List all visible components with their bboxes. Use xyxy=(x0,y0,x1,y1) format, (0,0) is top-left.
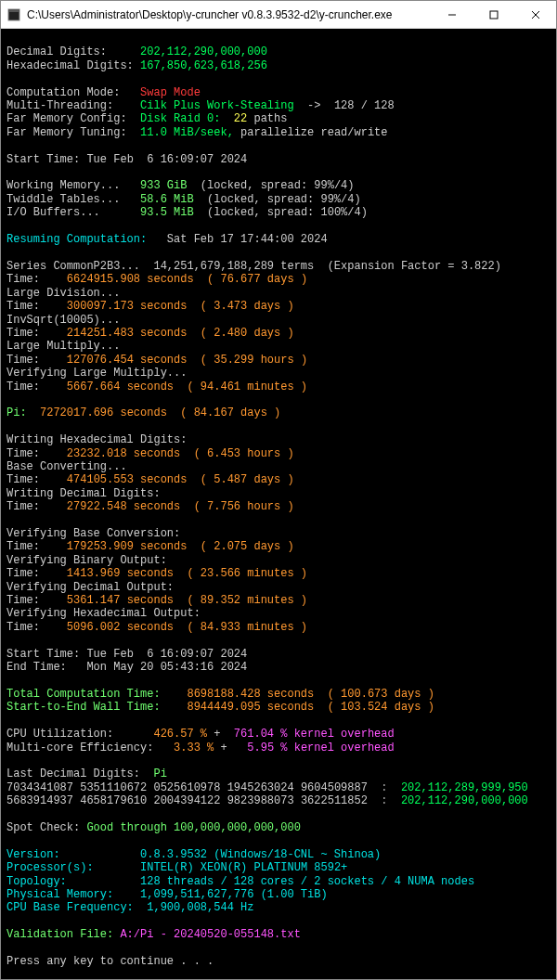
io-buffers-value: 93.5 MiB xyxy=(140,206,194,219)
topology-label: Topology: xyxy=(6,875,67,888)
far-mem-paths-w: paths xyxy=(253,112,287,125)
write-dec-val: 27922.548 seconds xyxy=(67,500,180,513)
colon: : xyxy=(381,781,387,794)
last-digits-constant: Pi xyxy=(153,767,166,780)
app-icon xyxy=(6,7,21,22)
working-mem-label: Working Memory... xyxy=(6,179,120,192)
wall-time-label: Start-to-End Wall Time: xyxy=(6,701,161,714)
cpu-util-over: 761.04 % kernel overhead xyxy=(234,728,395,741)
console-output: Decimal Digits: 202,112,290,000,000 Hexa… xyxy=(1,29,556,979)
twiddle-label: Twiddle Tables... xyxy=(6,193,120,206)
digit-group: 5351110672 xyxy=(80,781,147,794)
far-mem-cfg-value: Disk Raid 0: xyxy=(140,112,220,125)
tct-days: ( 100.673 days ) xyxy=(328,688,434,701)
base-conv-label: Base Converting... xyxy=(6,460,127,473)
cpu-util-label: CPU Utilization: xyxy=(6,728,113,741)
comp-mode-label: Computation Mode: xyxy=(6,86,120,99)
time-label: Time: xyxy=(6,473,40,486)
pi-label: Pi: xyxy=(6,406,27,419)
mt-arrow: -> xyxy=(307,99,320,112)
digit-group: 7034341087 xyxy=(6,781,73,794)
twiddle-value: 58.6 MiB xyxy=(140,193,194,206)
series-label: Series CommonP2B3... xyxy=(6,260,140,273)
time-label: Time: xyxy=(6,327,40,340)
io-buffers-status: (locked, spread: 100%/4) xyxy=(207,206,368,219)
colon: : xyxy=(381,794,387,807)
series-time-val: 6624915.908 seconds xyxy=(67,273,194,286)
resume-label: Resuming Computation: xyxy=(6,233,147,246)
io-buffers-label: I/O Buffers... xyxy=(6,206,100,219)
time-label: Time: xyxy=(6,567,40,580)
verify-do-days: ( 89.352 minutes ) xyxy=(187,594,307,607)
wall-days: ( 103.524 days ) xyxy=(328,701,434,714)
press-any-key-prompt[interactable]: Press any key to continue . . . xyxy=(6,955,214,968)
verify-lm-label: Verifying Large Multiply... xyxy=(6,367,187,380)
digit-group: 4658179610 xyxy=(80,794,147,807)
digit-group: 2004394122 xyxy=(153,794,220,807)
lm-time-val: 127076.454 seconds xyxy=(67,354,188,367)
twiddle-status: (locked, spread: 99%/4) xyxy=(207,193,361,206)
time-label: Time: xyxy=(6,500,40,513)
pi-time-days: ( 84.167 days ) xyxy=(180,406,280,419)
time-label: Time: xyxy=(6,380,40,393)
series-factor: (Expansion Factor = 3.822) xyxy=(328,260,501,273)
console-window: C:\Users\Administrator\Desktop\y-crunche… xyxy=(0,0,557,980)
close-button[interactable] xyxy=(514,1,556,29)
large-mult-label: Large Multiply... xyxy=(6,340,120,353)
verify-do-label: Verifying Decimal Output: xyxy=(6,581,174,594)
start-time-value: Tue Feb 6 16:09:07 2024 xyxy=(86,153,247,166)
working-mem-status: (locked, spread: 99%/4) xyxy=(201,179,355,192)
wall-val: 8944449.095 seconds xyxy=(187,701,314,714)
vlm-time-days: ( 94.461 minutes ) xyxy=(187,380,307,393)
start-time-label: Start Time: xyxy=(6,153,80,166)
inv-time-days: ( 2.480 days ) xyxy=(201,327,294,340)
digit-index: 202,112,290,000,000 xyxy=(401,794,528,807)
write-hex-val: 23232.018 seconds xyxy=(67,447,180,460)
maximize-button[interactable] xyxy=(473,1,514,29)
verify-bo-val: 1413.969 seconds xyxy=(67,567,174,580)
processor-value: INTEL(R) XEON(R) PLATINUM 8592+ xyxy=(140,861,347,874)
version-value: 0.8.3.9532 (Windows/18-CNL ~ Shinoa) xyxy=(140,848,381,861)
verify-do-val: 5361.147 seconds xyxy=(67,594,174,607)
multithread-label: Multi-Threading: xyxy=(6,99,113,112)
verify-bc-label: Verifying Base Conversion: xyxy=(6,527,180,540)
version-label: Version: xyxy=(6,848,60,861)
far-mem-paths-n: 22 xyxy=(234,112,247,125)
time-label: Time: xyxy=(6,273,40,286)
digit-group: 5683914937 xyxy=(6,794,73,807)
svg-rect-1 xyxy=(8,9,19,12)
verify-ho-label: Verifying Hexadecimal Output: xyxy=(6,607,201,620)
phys-mem-label: Physical Memory: xyxy=(6,888,113,901)
tct-val: 8698188.428 seconds xyxy=(187,688,314,701)
decimal-digits-label: Decimal Digits: xyxy=(6,45,107,58)
end-time-label: End Time: xyxy=(6,661,67,674)
bc-time-val: 474105.553 seconds xyxy=(67,473,188,486)
inv-time-val: 214251.483 seconds xyxy=(67,327,188,340)
mc-eff-val: 3.33 % xyxy=(174,741,214,754)
far-mem-cfg-label: Far Memory Config: xyxy=(6,112,127,125)
comp-mode-value: Swap Mode xyxy=(140,86,201,99)
large-div-label: Large Division... xyxy=(6,287,120,300)
start-time2-val: Tue Feb 6 16:09:07 2024 xyxy=(86,648,247,661)
far-mem-tune-mode: parallelize read/write xyxy=(240,126,387,139)
cpu-freq-value: 1,900,008,544 Hz xyxy=(147,901,253,914)
end-time-val: Mon May 20 05:43:16 2024 xyxy=(86,661,247,674)
time-label: Time: xyxy=(6,447,40,460)
time-label: Time: xyxy=(6,540,40,553)
write-hex-days: ( 6.453 hours ) xyxy=(194,447,294,460)
time-label: Time: xyxy=(6,300,40,313)
write-dec-label: Writing Decimal Digits: xyxy=(6,487,161,500)
hex-digits-label: Hexadecimal Digits: xyxy=(6,59,134,72)
far-mem-tune-label: Far Memory Tuning: xyxy=(6,126,127,139)
write-dec-days: ( 7.756 hours ) xyxy=(194,500,294,513)
start-time2-label: Start Time: xyxy=(6,648,80,661)
bc-time-days: ( 5.487 days ) xyxy=(201,473,294,486)
minimize-button[interactable] xyxy=(431,1,473,29)
plus: + xyxy=(220,741,227,754)
validation-value: A:/Pi - 20240520-055148.txt xyxy=(120,928,300,941)
mc-eff-label: Multi-core Efficiency: xyxy=(6,741,153,754)
digit-group: 9604509887 xyxy=(301,781,368,794)
series-time-days: ( 76.677 days ) xyxy=(207,273,307,286)
multithread-value: Cilk Plus Work-Stealing xyxy=(140,99,294,112)
far-mem-tune-speed: 11.0 MiB/seek, xyxy=(140,126,234,139)
